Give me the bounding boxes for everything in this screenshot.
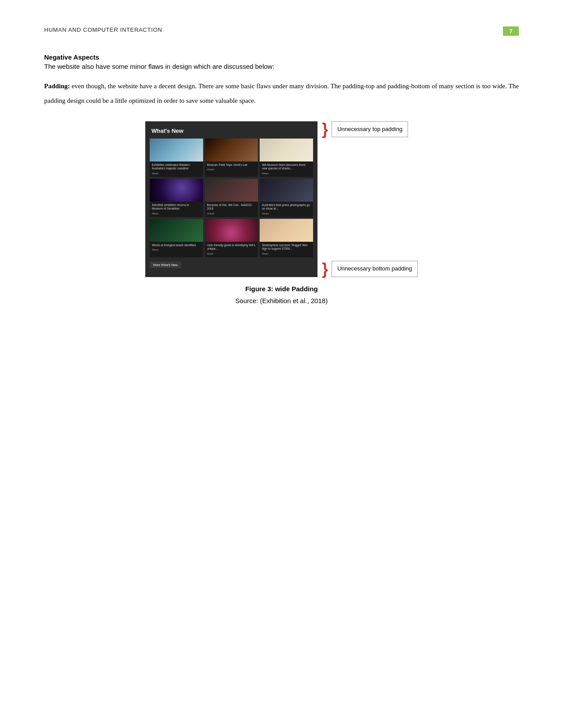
news-title-9: Stratosphere success! 'Nugget' flies hig… [262, 244, 311, 251]
news-tag-2: Article [207, 168, 256, 171]
news-body-7: Wreck at Dongara beach identified News [150, 242, 203, 253]
news-item-5[interactable]: Because of Her, We Can - NAIDOC 2018 Art… [205, 179, 258, 217]
news-img-6 [260, 179, 313, 202]
news-tag-4: News [152, 212, 201, 215]
news-img-8 [205, 219, 258, 242]
annotation-bottom: } Unnecessary bottom padding [322, 261, 418, 277]
news-title-6: Australia's best press photographs go on… [262, 203, 311, 211]
bracket-bottom: } [322, 261, 328, 277]
news-tag-9: News [262, 252, 311, 255]
news-body-3: WA Museum team discovers three new speci… [260, 161, 313, 177]
news-item-9[interactable]: Stratosphere success! 'Nugget' flies hig… [260, 219, 313, 257]
bold-padding: Padding: [44, 83, 70, 90]
annotation-top-text: Unnecessary top padding [337, 126, 402, 132]
annotation-bottom-text: Unnecessary bottom padding [337, 265, 412, 272]
source-label: Source: ( [235, 297, 262, 304]
panel-header: What's New [150, 128, 313, 134]
figure-source: Source: (Exhibition et al., 2018) [235, 297, 328, 304]
source-close: ) [325, 297, 328, 304]
page-number: 7 [503, 26, 519, 36]
news-title-4: Astrofest exhibition returns to Museum o… [152, 203, 201, 211]
news-img-1 [150, 139, 203, 161]
annotation-top: } Unnecessary top padding [322, 121, 408, 137]
news-img-7 [150, 219, 203, 242]
news-img-5 [205, 179, 258, 202]
news-title-1: Exhibition celebrates Western Australia'… [152, 163, 201, 171]
news-title-7: Wreck at Dongara beach identified [152, 244, 201, 247]
news-item-6[interactable]: Australia's best press photographs go on… [260, 179, 313, 217]
body-text-content: even though, the website have a decent d… [44, 83, 519, 104]
body-text: Padding: even though, the website have a… [44, 79, 519, 108]
annotation-box-top: Unnecessary top padding [332, 121, 408, 137]
news-img-4 [150, 179, 203, 202]
news-body-2: Museum Field Trips: Devil's Lair Article [205, 161, 258, 173]
news-body-6: Australia's best press photographs go on… [260, 202, 313, 217]
news-title-8: User-friendly guide to identifying WA's … [207, 244, 256, 251]
header-title: HUMAN AND COMPUTER INTERACTION [44, 26, 162, 33]
figure-caption: Figure 3: wide Padding [245, 285, 317, 293]
annotations: } Unnecessary top padding } Unnecessary … [322, 121, 418, 277]
content: Negative Aspects The website also have s… [44, 53, 519, 309]
news-body-4: Astrofest exhibition returns to Museum o… [150, 202, 203, 217]
section-title: Negative Aspects [44, 53, 519, 61]
news-item-8[interactable]: User-friendly guide to identifying WA's … [205, 219, 258, 257]
news-tag-6: News [262, 212, 311, 215]
news-tag-7: News [152, 248, 201, 251]
news-tag-3: News [262, 172, 311, 175]
whats-new-panel: What's New Exhibition celebrates Western… [145, 121, 317, 277]
news-body-8: User-friendly guide to identifying WA's … [205, 242, 258, 257]
news-tag-8: News [207, 252, 256, 255]
source-text: Exhibition et al., 2018 [262, 297, 325, 304]
page: HUMAN AND COMPUTER INTERACTION 7 Negativ… [0, 0, 563, 728]
news-item-2[interactable]: Museum Field Trips: Devil's Lair Article [205, 139, 258, 177]
news-title-3: WA Museum team discovers three new speci… [262, 163, 311, 171]
news-tag-1: News [152, 172, 201, 175]
section-subtitle: The website also have some minor flaws i… [44, 63, 519, 70]
figure-row: What's New Exhibition celebrates Western… [44, 121, 519, 277]
more-link[interactable]: More What's New [150, 262, 181, 268]
news-item-7[interactable]: Wreck at Dongara beach identified News [150, 219, 203, 257]
news-tag-5: Article [207, 212, 256, 215]
news-img-3 [260, 139, 313, 161]
news-item-4[interactable]: Astrofest exhibition returns to Museum o… [150, 179, 203, 217]
page-header: HUMAN AND COMPUTER INTERACTION 7 [44, 26, 519, 36]
news-body-1: Exhibition celebrates Western Australia'… [150, 161, 203, 177]
news-body-5: Because of Her, We Can - NAIDOC 2018 Art… [205, 202, 258, 217]
news-item-3[interactable]: WA Museum team discovers three new speci… [260, 139, 313, 177]
news-img-2 [205, 139, 258, 161]
figure-wrapper: What's New Exhibition celebrates Western… [44, 121, 519, 309]
news-title-5: Because of Her, We Can - NAIDOC 2018 [207, 203, 256, 211]
annotation-box-bottom: Unnecessary bottom padding [332, 261, 418, 277]
bracket-top: } [322, 121, 328, 137]
news-img-9 [260, 219, 313, 242]
news-grid: Exhibition celebrates Western Australia'… [150, 139, 313, 257]
news-title-2: Museum Field Trips: Devil's Lair [207, 163, 256, 167]
news-body-9: Stratosphere success! 'Nugget' flies hig… [260, 242, 313, 257]
news-item-1[interactable]: Exhibition celebrates Western Australia'… [150, 139, 203, 177]
